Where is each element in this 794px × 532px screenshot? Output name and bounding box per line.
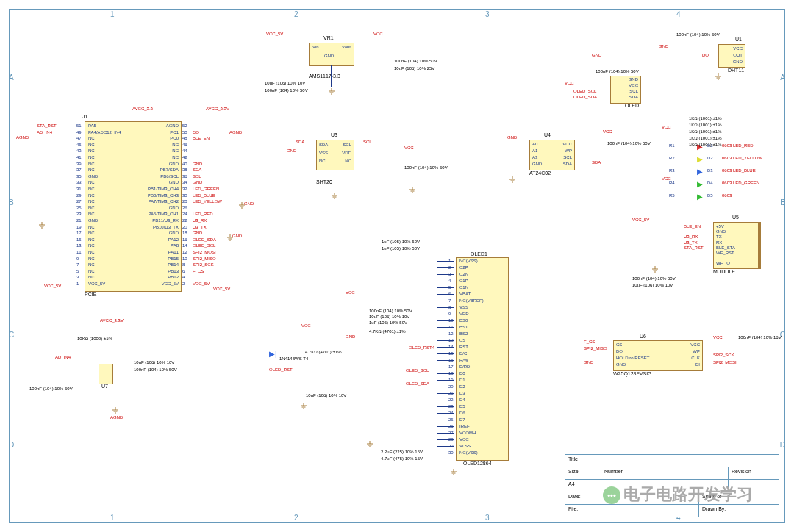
zone-row-B: B [9, 198, 14, 206]
net: OLED_RST4 [409, 345, 434, 350]
pin: GND [616, 362, 626, 367]
net: SPI2_MOSI [713, 360, 737, 364]
val-c7: 100nF (104) 10% 50V [607, 141, 651, 145]
ref-j1: J1 [82, 114, 87, 119]
pin: HOLD ro RESET [616, 356, 649, 360]
ref-oled: OLED [625, 103, 639, 108]
net: F_CS [584, 339, 595, 344]
net: OLED_SDA [573, 95, 597, 99]
zone-row-Br: B [780, 198, 785, 206]
val: 10uF (106) 10% 10V [134, 360, 174, 364]
tb-size: A4 [565, 480, 601, 492]
zone-col-1b: 1 [110, 514, 115, 522]
wire [331, 65, 332, 87]
pin: SDA [563, 162, 572, 166]
zone-col-1: 1 [110, 10, 115, 18]
pin: WP [693, 349, 700, 353]
pin: A3 [532, 155, 537, 159]
net: OLED_RST [269, 367, 293, 372]
zone-row-A: A [9, 73, 14, 82]
val-c1: 100nF (104) 10% 50V [676, 32, 720, 37]
wire [353, 48, 390, 48]
net-vcc: VCC [373, 32, 383, 36]
net: SDA [296, 140, 304, 144]
ref-u7: U7 [101, 384, 108, 389]
ic-vr1: Vin Vout GND [309, 43, 354, 66]
val: 100nF (104) 10% 50V [632, 276, 676, 281]
pin: VCC [562, 142, 572, 146]
gnd-icon [300, 403, 307, 410]
ic-u7 [99, 364, 113, 384]
net: SDA [592, 160, 601, 165]
name-u3: SHT20 [316, 179, 332, 184]
pin: VSS [319, 151, 328, 155]
name-j1: PCIE [85, 292, 96, 297]
net-vcc5vr: VCC_5V [213, 287, 230, 291]
val: 4.7uF (475) 10% 16V [381, 456, 423, 461]
val-c5: 100nF (104) 10% 50V [265, 88, 308, 93]
wire [272, 48, 309, 48]
gnd-icon [366, 441, 373, 448]
net-vcc5v: VCC_5V [266, 32, 283, 36]
zone-col-4: 4 [676, 10, 681, 18]
zone-row-C: C [9, 331, 14, 339]
val-c3: 10uF (106) 10% 25V [394, 66, 434, 71]
pin: SCL [629, 89, 638, 93]
val-c6: 100nF (104) 10% 50V [596, 69, 639, 73]
pin-vout: Vout [342, 45, 351, 49]
tb-date-v: 201 [601, 492, 698, 504]
pin: VCC [690, 342, 700, 347]
val: 4.7KΩ (4701) ±1% [305, 350, 341, 354]
val-c2: 100nF (104) 10% 50V [394, 59, 437, 63]
ref-vr1: VR1 [323, 35, 334, 40]
ref-u1: U1 [735, 37, 742, 42]
net-adin4: AD_IN4 [37, 130, 52, 134]
net: VCC [301, 323, 311, 328]
tb-title: Title [565, 455, 779, 467]
tb-date-l: Date: [565, 492, 601, 504]
ic-j1 [85, 121, 182, 292]
val: 100nF (104) 10% 50V [369, 309, 412, 313]
net: GND [592, 53, 601, 57]
val-c16: 100nF (104) 10% 16V [738, 335, 782, 339]
net: GND [507, 135, 517, 140]
net-starst: STA_RST [37, 123, 57, 128]
ref-u3: U3 [331, 132, 337, 137]
pin-gnd: GND [324, 54, 334, 58]
gnd-icon [509, 176, 516, 184]
net: DQ [702, 53, 709, 57]
gnd-label: GND [244, 201, 254, 206]
ref-u5: U5 [732, 215, 739, 220]
pin: SDA [629, 95, 638, 99]
name-u5: MODULE [713, 269, 735, 274]
gnd-icon [38, 222, 46, 229]
zone-row-D: D [9, 441, 14, 449]
pin: SCL [563, 155, 572, 159]
zone-row-Ar: A [780, 73, 785, 82]
net-avcc33v: AVCC_3.3V [206, 107, 229, 111]
tb-number: Number [601, 467, 728, 479]
gnd-icon [715, 73, 722, 81]
net: OLED_SCL [406, 368, 429, 373]
title-block: Title Size Number Revision A4 Date: 201 … [565, 454, 779, 517]
name-vr1: AMS1117-3.3 [309, 73, 340, 79]
pin: SCL [343, 143, 351, 147]
val: 1uF (105) 10% 50V [369, 320, 407, 325]
ref-oled1: OLED1 [471, 251, 487, 256]
pin: GND [629, 77, 638, 82]
pin: VCC [629, 83, 638, 87]
ref-u6: U6 [640, 334, 646, 339]
name-u1: DHT11 [728, 68, 744, 73]
gnd-icon [450, 469, 457, 476]
pin: NC [319, 159, 326, 163]
net: GND [584, 360, 593, 364]
net: AVCC_3.3V [100, 318, 124, 323]
pin: DI [695, 362, 700, 367]
zone-col-3b: 3 [485, 514, 490, 522]
ic-oled-hdr: GND VCC SCL SDA [610, 76, 641, 104]
net: AD_IN4 [55, 355, 71, 359]
val: 10uF (106) 10% 10V [632, 283, 673, 287]
ref-u4: U4 [544, 132, 551, 137]
val: 4.7KΩ (4701) ±1% [369, 329, 405, 334]
gnd-label: GND [659, 44, 668, 48]
